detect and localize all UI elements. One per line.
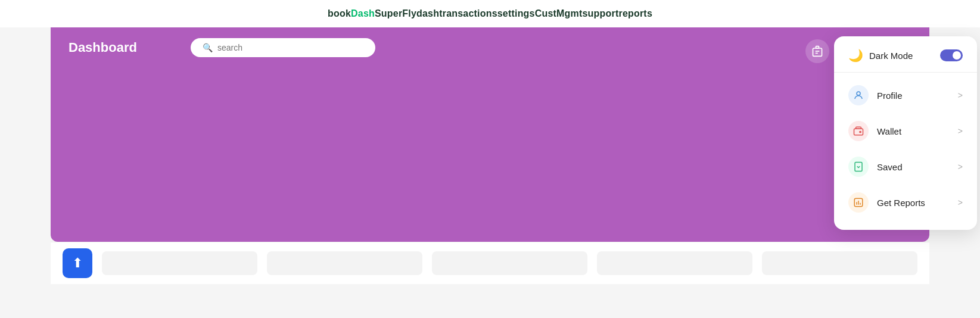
svg-rect-1: [813, 48, 822, 56]
nav-dash2[interactable]: dash: [416, 8, 439, 19]
dark-mode-label: Dark Mode: [869, 51, 913, 61]
nav-book[interactable]: book: [328, 8, 351, 19]
wallet-arrow: >: [958, 126, 963, 136]
svg-rect-7: [855, 163, 862, 172]
saved-arrow: >: [958, 162, 963, 172]
reports-label: Get Reports: [877, 198, 925, 208]
reports-arrow: >: [958, 198, 963, 207]
dark-mode-row: 🌙 Dark Mode: [834, 48, 977, 73]
profile-arrow: >: [958, 91, 963, 100]
search-icon: 🔍: [203, 43, 213, 52]
nav-superfly[interactable]: SuperFly: [375, 8, 416, 19]
nav-dash[interactable]: Dash: [351, 8, 375, 19]
dashboard-area: Dashboard 🔍 🧑: [51, 27, 929, 242]
search-input[interactable]: [217, 43, 363, 52]
menu-item-wallet-left: Wallet: [848, 121, 901, 141]
menu-item-reports-left: Get Reports: [848, 192, 925, 213]
bottom-strip: ⬆: [51, 242, 929, 284]
clipboard-icon-button[interactable]: [805, 39, 829, 63]
nav-custmgmt[interactable]: CustMgmt: [535, 8, 583, 19]
nav-reports[interactable]: reports: [618, 8, 652, 19]
moon-icon: 🌙: [848, 48, 863, 63]
saved-icon: [848, 157, 869, 177]
nav-transactions[interactable]: transactions: [439, 8, 497, 19]
menu-item-profile[interactable]: Profile >: [834, 77, 977, 113]
wallet-label: Wallet: [877, 126, 901, 136]
svg-rect-5: [854, 129, 863, 135]
top-nav: bookDashSuperFlydashtransactionssettings…: [0, 0, 980, 27]
menu-item-profile-left: Profile: [848, 85, 903, 105]
dash-header: Dashboard 🔍 🧑: [51, 27, 929, 68]
search-bar[interactable]: 🔍: [191, 38, 375, 57]
strip-cell-1: [102, 251, 257, 275]
strip-cell-3: [432, 251, 587, 275]
menu-item-saved[interactable]: Saved >: [834, 149, 977, 185]
menu-item-wallet[interactable]: Wallet >: [834, 113, 977, 149]
blue-icon-box[interactable]: ⬆: [63, 248, 92, 278]
dashboard-title: Dashboard: [69, 40, 137, 55]
saved-label: Saved: [877, 162, 903, 172]
svg-point-4: [857, 92, 860, 95]
strip-cell-4: [597, 251, 752, 275]
strip-cell-5: [762, 251, 917, 275]
menu-item-get-reports[interactable]: Get Reports >: [834, 185, 977, 220]
strip-cell-2: [267, 251, 422, 275]
profile-icon: [848, 85, 869, 105]
profile-label: Profile: [877, 91, 903, 101]
dark-mode-toggle[interactable]: [940, 49, 963, 61]
svg-point-6: [860, 131, 861, 132]
dark-mode-left: 🌙 Dark Mode: [848, 48, 913, 63]
nav-support[interactable]: support: [583, 8, 619, 19]
dropdown-menu: 🌙 Dark Mode Profile >: [834, 36, 977, 230]
reports-icon: [848, 192, 869, 213]
nav-settings[interactable]: settings: [497, 8, 535, 19]
wallet-icon: [848, 121, 869, 141]
menu-item-saved-left: Saved: [848, 157, 903, 177]
